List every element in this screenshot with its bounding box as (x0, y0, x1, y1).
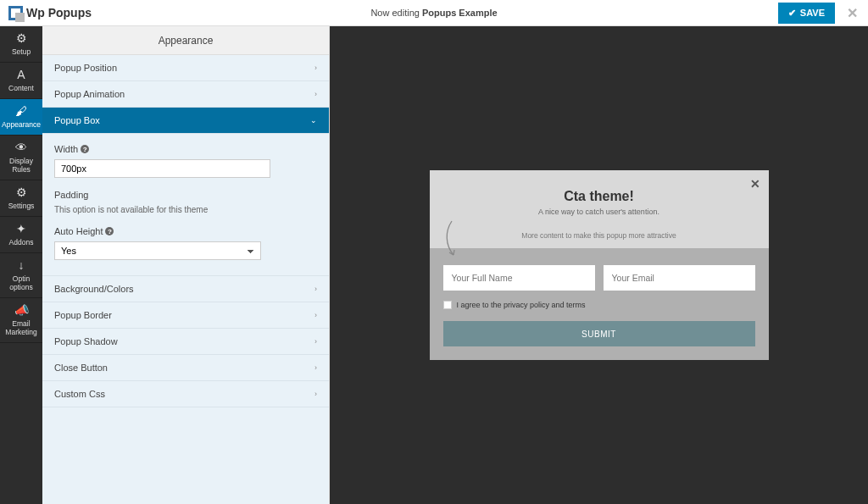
close-icon[interactable]: ✕ (847, 5, 858, 21)
logo-text: Wp Popups (26, 6, 92, 19)
popup-subtitle: A nice way to catch user's attention. (443, 208, 755, 216)
addons-icon: ✦ (14, 222, 28, 235)
options-panel: Appearance Popup Position›Popup Animatio… (42, 26, 330, 504)
chevron-right-icon: › (314, 64, 317, 72)
submit-button[interactable]: SUBMIT (443, 321, 755, 346)
help-icon[interactable]: ? (81, 145, 89, 153)
accordion-item-background-colors[interactable]: Background/Colors› (42, 276, 329, 302)
topbar-right: ✔ SAVE ✕ (778, 3, 868, 24)
sidebar-item-content[interactable]: AContent (0, 63, 42, 99)
popup-more-text: More content to make this popup more att… (430, 231, 769, 248)
field-width: Width ? (54, 144, 317, 178)
editing-label: Now editing Popups Example (370, 8, 497, 18)
sidebar-rail: ⚙SetupAContent🖌Appearance👁Display Rules⚙… (0, 26, 42, 504)
accordion-item-close-button[interactable]: Close Button› (42, 355, 329, 381)
accordion-item-popup-shadow[interactable]: Popup Shadow› (42, 329, 329, 355)
setup-icon: ⚙ (14, 31, 28, 45)
accordion-item-custom-css[interactable]: Custom Css› (42, 381, 329, 407)
chevron-right-icon: › (314, 285, 317, 293)
logo-icon (8, 6, 23, 20)
field-padding: Padding This option is not available for… (54, 190, 317, 214)
help-icon[interactable]: ? (105, 227, 114, 235)
sidebar-item-optin-options[interactable]: ↓Optin options (0, 253, 42, 298)
popup-preview: ✕ Cta theme! A nice way to catch user's … (430, 170, 769, 360)
popup-preview-wrapper: ✕ Cta theme! A nice way to catch user's … (430, 170, 769, 360)
popup-head: Cta theme! A nice way to catch user's at… (430, 170, 769, 231)
accordion: Popup Position›Popup Animation› Popup Bo… (42, 55, 329, 504)
accordion-item-popup-box[interactable]: Popup Box ⌄ (42, 108, 329, 134)
chevron-right-icon: › (314, 90, 317, 98)
content-icon: A (14, 68, 28, 81)
email-marketing-icon: 📣 (14, 303, 28, 317)
preview-canvas: . ✕ Cta theme! A nice way to catch user'… (330, 26, 868, 504)
top-bar: Wp Popups Now editing Popups Example ✔ S… (0, 0, 868, 26)
chevron-right-icon: › (314, 363, 317, 372)
email-input[interactable] (604, 265, 755, 291)
sidebar-item-appearance[interactable]: 🖌Appearance (0, 99, 42, 136)
popup-box-body: Width ? Padding This option is not avail… (42, 134, 329, 276)
popup-close-icon[interactable]: ✕ (750, 177, 760, 191)
field-auto-height: Auto Height ? Yes (54, 226, 317, 260)
sidebar-item-setup[interactable]: ⚙Setup (0, 26, 42, 63)
check-icon: ✔ (788, 8, 796, 19)
popup-form: I agree to the privacy policy and terms … (430, 248, 769, 360)
popup-title: Cta theme! (443, 189, 755, 204)
display-rules-icon: 👁 (14, 141, 28, 154)
section-title: Appearance (42, 26, 329, 55)
terms-checkbox[interactable] (443, 301, 452, 309)
width-input[interactable] (54, 159, 270, 178)
chevron-right-icon: › (314, 390, 317, 398)
sidebar-item-display-rules[interactable]: 👁Display Rules (0, 136, 42, 180)
terms-label: I agree to the privacy policy and terms (457, 301, 586, 309)
sidebar-item-settings[interactable]: ⚙Settings (0, 180, 42, 217)
chevron-right-icon: › (314, 337, 317, 346)
settings-icon: ⚙ (14, 186, 28, 199)
accordion-item-popup-position[interactable]: Popup Position› (42, 55, 329, 81)
optin-options-icon: ↓ (14, 258, 28, 272)
logo: Wp Popups (0, 6, 92, 20)
sidebar-item-email-marketing[interactable]: 📣Email Marketing (0, 298, 42, 343)
accordion-item-popup-animation[interactable]: Popup Animation› (42, 81, 329, 108)
save-button[interactable]: ✔ SAVE (778, 3, 835, 24)
chevron-right-icon: › (314, 311, 317, 319)
auto-height-select[interactable]: Yes (54, 241, 261, 260)
name-input[interactable] (443, 265, 595, 291)
arrow-icon (442, 219, 462, 260)
chevron-down-icon: ⌄ (310, 116, 317, 125)
appearance-icon: 🖌 (14, 104, 28, 118)
sidebar-item-addons[interactable]: ✦Addons (0, 217, 42, 253)
accordion-item-popup-border[interactable]: Popup Border› (42, 302, 329, 329)
main-layout: ⚙SetupAContent🖌Appearance👁Display Rules⚙… (0, 26, 868, 504)
